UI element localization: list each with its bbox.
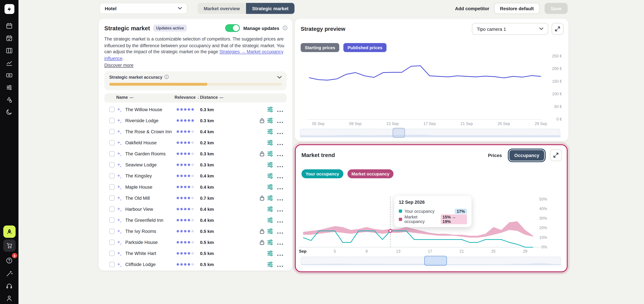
help-icon[interactable]: 3 [3,254,15,266]
table-row[interactable]: The White Hart 0.5 km [104,248,286,259]
adjust-relevance-icon[interactable] [267,228,273,234]
calendar-icon[interactable] [3,20,15,32]
adjust-relevance-icon[interactable] [267,117,273,123]
row-checkbox[interactable] [109,162,114,167]
discover-more-link[interactable]: Discover more [104,63,134,68]
row-checkbox[interactable] [109,129,114,134]
col-relevance[interactable]: Relevance [174,95,196,100]
table-row[interactable]: Riverside Lodge 0.3 km [104,115,286,126]
table-row[interactable]: The Garden Rooms 0.3 km [104,148,286,159]
row-menu-button[interactable] [277,162,284,167]
expand-icon[interactable] [550,149,562,161]
logo[interactable] [4,4,14,14]
row-checkbox[interactable] [109,118,114,123]
profile-icon[interactable] [3,292,15,304]
chevron-down-icon[interactable] [277,76,282,79]
tab-market-overview[interactable]: Market overview [198,3,246,14]
chart-icon[interactable] [3,57,15,69]
col-distance[interactable]: Distance [200,95,218,100]
table-row[interactable]: Maple House 0.4 km [104,181,286,192]
row-menu-button[interactable] [277,195,284,201]
scrubber-selection[interactable] [392,128,405,138]
row-checkbox[interactable] [109,107,114,112]
row-menu-button[interactable] [277,206,284,212]
moon-icon[interactable] [3,106,15,118]
legend-starting-prices[interactable]: Starting prices [301,43,340,52]
cart-icon[interactable] [3,239,15,252]
table-row[interactable]: The Old Mill 0.7 km [104,192,286,203]
table-row[interactable]: Parkside House 0.5 km [104,237,286,248]
legend-market-occupancy[interactable]: Market occupancy [347,169,394,178]
expand-icon[interactable] [552,23,564,35]
row-checkbox[interactable] [109,206,114,212]
sliders-icon[interactable] [3,81,15,93]
row-checkbox[interactable] [109,151,114,156]
row-menu-button[interactable] [277,140,284,145]
table-row[interactable]: Harbour View 0.4 km [104,203,286,214]
row-checkbox[interactable] [109,173,114,178]
table-row[interactable]: The Kingsley 0.4 km [104,170,286,181]
scrubber-selection[interactable] [424,256,447,266]
sort-icon[interactable]: — [130,95,133,100]
legend-published-prices[interactable]: Published prices [344,43,386,52]
save-button[interactable]: Save [544,3,568,14]
row-menu-button[interactable] [277,217,284,223]
calendar-check-icon[interactable] [3,32,15,44]
row-checkbox[interactable] [109,262,114,267]
sort-icon[interactable]: — [220,95,224,100]
shapes-icon[interactable] [3,93,15,106]
table-row[interactable]: The Ivy Rooms 0.5 km [104,225,286,237]
row-checkbox[interactable] [109,140,114,145]
row-menu-button[interactable] [277,239,284,245]
board-icon[interactable] [3,44,15,56]
row-checkbox[interactable] [109,195,114,201]
table-row[interactable]: The Willow House 0.3 km [104,104,286,115]
accuracy-accordion[interactable]: Strategic market accuracy [104,71,286,90]
restore-default-button[interactable]: Restore default [494,3,540,14]
property-selector[interactable]: Hotel [100,3,187,14]
table-row[interactable]: The Greenfield Inn 0.4 km [104,214,286,225]
manage-updates-toggle[interactable] [225,24,240,32]
sort-desc-icon[interactable]: ↓ [198,95,200,100]
room-type-selector[interactable]: Tipo camera 1 [472,23,548,35]
col-name[interactable]: Name [116,95,128,100]
wand-icon[interactable] [3,267,15,280]
row-menu-button[interactable] [277,261,284,267]
occupancy-tab[interactable]: Occupancy [509,150,544,160]
row-checkbox[interactable] [109,239,114,245]
row-checkbox[interactable] [109,217,114,223]
row-menu-button[interactable] [277,228,284,234]
table-row[interactable]: Oakfield House 0.2 km [104,137,286,148]
support-icon[interactable] [3,280,15,292]
adjust-relevance-icon[interactable] [267,195,273,201]
table-row[interactable]: Seaview Lodge 0.3 km [104,159,286,170]
adjust-relevance-icon[interactable] [267,250,273,256]
adjust-relevance-icon[interactable] [267,184,273,190]
row-menu-button[interactable] [277,184,284,189]
legend-your-occupancy[interactable]: Your occupancy [302,169,343,178]
row-menu-button[interactable] [277,118,284,123]
adjust-relevance-icon[interactable] [267,239,273,245]
row-checkbox[interactable] [109,250,114,256]
adjust-relevance-icon[interactable] [267,106,273,112]
row-menu-button[interactable] [277,250,284,256]
table-row[interactable]: Cliffside Lodge 0.5 km [104,259,286,270]
row-menu-button[interactable] [277,107,284,112]
adjust-relevance-icon[interactable] [267,140,273,146]
adjust-relevance-icon[interactable] [267,161,273,168]
tab-strategic-market[interactable]: Strategic market [246,3,295,14]
row-menu-button[interactable] [277,129,284,134]
money-icon[interactable] [3,69,15,81]
adjust-relevance-icon[interactable] [267,261,273,267]
table-row[interactable]: The Rose & Crown Inn 0.4 km [104,126,286,137]
adjust-relevance-icon[interactable] [267,217,273,223]
adjust-relevance-icon[interactable] [267,128,273,135]
row-menu-button[interactable] [277,151,284,156]
row-menu-button[interactable] [277,173,284,178]
adjust-relevance-icon[interactable] [267,206,273,212]
rocket-icon[interactable] [3,225,15,238]
row-checkbox[interactable] [109,228,114,234]
timeline-scrubber[interactable] [300,129,560,137]
prices-tab[interactable]: Prices [484,153,506,157]
adjust-relevance-icon[interactable] [267,172,273,179]
